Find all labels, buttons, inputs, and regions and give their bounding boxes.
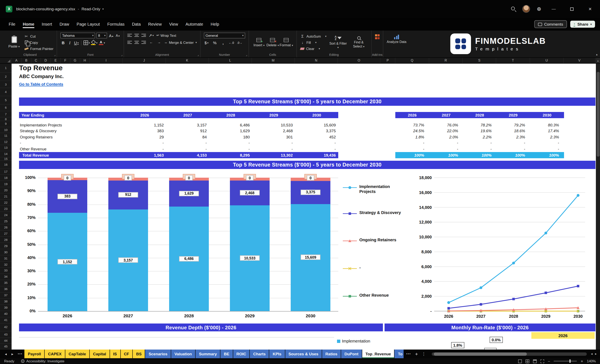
row-header-37[interactable]: 37 [0,292,12,299]
row-header-19[interactable]: 19 [0,181,12,187]
all-sheets-menu-icon[interactable]: ⋮ [420,350,428,358]
column-header-K[interactable]: K [166,58,209,63]
delete-cells-button[interactable]: × Delete ▾ [266,33,280,52]
vertical-scrollbar-thumb[interactable] [597,72,599,157]
sheet-tab-dupont[interactable]: DuPont [341,350,362,358]
row-header-9[interactable]: 9 [0,121,12,127]
column-header-I[interactable]: I [90,58,123,63]
row-header-41[interactable]: 41 [0,317,12,324]
dialog-launcher-icon[interactable]: ⌟ [54,53,56,57]
row-header-14[interactable]: 14 [0,151,12,157]
menu-review[interactable]: Review [144,19,166,29]
sort-filter-button[interactable]: AZ Sort & Filter ▾ [329,33,347,52]
table-row-label[interactable]: - [20,140,119,146]
menu-data[interactable]: Data [128,19,144,29]
dialog-launcher-icon[interactable]: ⌟ [246,53,247,57]
autosum-button[interactable]: ΣAutoSum ▾ [300,34,327,39]
page-layout-view-icon[interactable] [533,359,536,363]
align-left-icon[interactable] [127,41,132,44]
row-header-20[interactable]: 20 [0,187,12,194]
row-header-44[interactable]: 44 [0,338,12,344]
table-cell[interactable]: 2.3% [530,134,559,140]
row-header-28[interactable]: 28 [0,237,12,243]
menu-home[interactable]: Home [19,19,38,29]
increase-font-button[interactable]: A▴ [108,33,114,38]
decrease-decimal-button[interactable]: .0→ [237,40,242,46]
row-header-22[interactable]: 22 [0,200,12,206]
table-cell[interactable]: 912 [166,128,207,134]
row-header-34[interactable]: 34 [0,274,12,280]
horizontal-scrollbar[interactable] [432,352,587,355]
row-header-3[interactable]: 3 [0,81,12,88]
italic-button[interactable]: I [67,40,72,46]
table-cell[interactable]: - [429,146,458,152]
addins-icon[interactable] [375,34,380,39]
table-cell[interactable]: 17.4% [530,128,559,134]
wrap-text-button[interactable]: ↩ Wrap Text [156,33,176,38]
menu-page-layout[interactable]: Page Layout [73,19,103,29]
sheet-tab-kpis[interactable]: KPIs [269,350,285,358]
insert-cells-button[interactable]: + Insert ▾ [252,33,266,52]
menu-insert[interactable]: Insert [38,19,56,29]
align-middle-icon[interactable] [134,34,139,37]
row-header-39[interactable]: 39 [0,305,12,311]
scroll-left-icon[interactable]: ◂ [591,352,592,356]
column-header-T[interactable]: T [496,58,530,63]
table-cell[interactable]: 452 [295,134,336,140]
sheet-tab-bs[interactable]: BS [133,350,145,358]
column-header-L[interactable]: L [209,58,252,63]
column-header-P[interactable]: P [380,58,395,63]
table-cell[interactable]: - [463,146,492,152]
table-cell[interactable]: - [530,146,559,152]
format-cells-button[interactable]: Format ▾ [280,33,293,52]
table-cell[interactable]: 1.8% [395,134,424,140]
table-cell[interactable]: - [209,140,250,146]
font-color-button[interactable]: A▾ [99,40,105,46]
sheet-tab-roic[interactable]: ROIC [233,350,250,358]
table-cell[interactable]: 3,375 [295,128,336,134]
vertical-scrollbar[interactable] [596,64,600,350]
table-cell[interactable]: 1,152 [123,122,164,128]
avatar[interactable] [522,5,530,13]
table-row-label[interactable]: Ongoing Retainers [20,134,119,140]
accounting-format-button[interactable]: $▾ [204,40,209,46]
zoom-out-button[interactable]: − [548,359,550,363]
table-cell[interactable]: 80.3% [530,122,559,128]
row-header-43[interactable]: 43 [0,331,12,338]
font-size-select[interactable]: 8▾ [96,33,107,38]
table-cell[interactable]: - [295,140,336,146]
sheet-tab-captable[interactable]: CapTable [65,350,89,358]
table-cell[interactable]: 24.5% [395,128,424,134]
column-header-H[interactable]: H [80,58,90,63]
increase-decimal-button[interactable]: ←.0 [229,40,234,46]
borders-button[interactable]: ▾ [84,40,90,46]
increase-indent-button[interactable]: → [156,40,162,45]
clear-button[interactable]: Clear ▾ [300,46,327,51]
find-select-button[interactable]: Find & Select ▾ [350,33,368,52]
sheet-tab-charts[interactable]: Charts [250,350,269,358]
table-cell[interactable]: 3,157 [166,122,207,128]
table-cell[interactable]: - [463,140,492,146]
table-cell[interactable]: - [395,146,424,152]
dialog-launcher-icon[interactable]: ⌟ [121,53,122,57]
align-bottom-icon[interactable] [141,34,146,37]
collapse-ribbon-icon[interactable]: ▴ [596,53,598,56]
maximize-button[interactable] [566,3,578,15]
row-header-8[interactable]: 8 [0,117,12,121]
row-header-18[interactable]: 18 [0,175,12,181]
table-cell[interactable]: 84 [166,134,207,140]
comments-button[interactable]: Comments [534,20,567,28]
search-icon[interactable] [511,7,516,11]
bold-button[interactable]: B [60,40,66,46]
row-header-16[interactable]: 16 [0,161,12,169]
table-cell[interactable]: - [496,140,525,146]
table-row-label[interactable]: Other Revenue [20,146,119,152]
table-cell[interactable]: 22.0% [429,128,458,134]
row-header-17[interactable]: 17 [0,169,12,175]
number-format-select[interactable]: General▾ [204,33,245,38]
column-header-M[interactable]: M [252,58,295,63]
sheet-tab-valuation[interactable]: Valuation [171,350,195,358]
close-button[interactable]: × [584,3,596,15]
row-header-7[interactable]: 7 [0,111,12,117]
row-header-30[interactable]: 30 [0,249,12,255]
